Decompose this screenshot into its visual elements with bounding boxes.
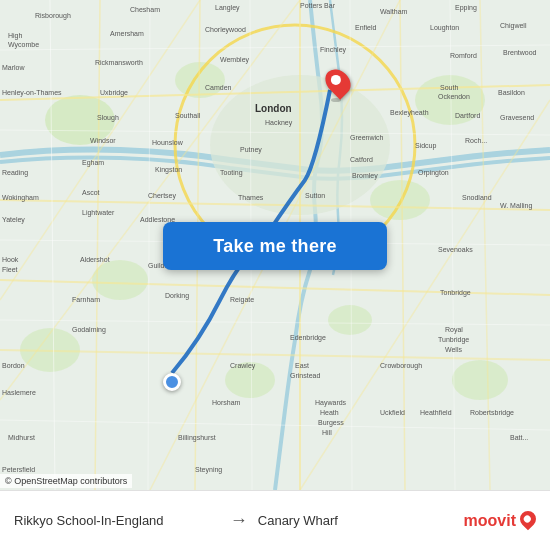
svg-text:Reading: Reading [2,169,28,177]
svg-text:Steyning: Steyning [195,466,222,474]
route-arrow-icon: → [230,510,248,531]
moovit-pin-icon [520,511,536,531]
svg-text:Godalming: Godalming [72,326,106,334]
svg-text:Chesham: Chesham [130,6,160,13]
svg-text:Epping: Epping [455,4,477,12]
svg-text:Loughton: Loughton [430,24,459,32]
svg-text:East: East [295,362,309,369]
svg-text:Orpington: Orpington [418,169,449,177]
svg-text:Brentwood: Brentwood [503,49,537,56]
svg-text:Billingshurst: Billingshurst [178,434,216,442]
svg-point-5 [328,305,372,335]
take-me-there-button[interactable]: Take me there [163,222,387,270]
svg-text:Greenwich: Greenwich [350,134,384,141]
svg-text:Robertsbridge: Robertsbridge [470,409,514,417]
svg-text:High: High [8,32,23,40]
moovit-text: moovit [464,512,516,530]
svg-text:Horsham: Horsham [212,399,241,406]
svg-text:Basildon: Basildon [498,89,525,96]
svg-text:Enfield: Enfield [355,24,377,31]
svg-text:South: South [440,84,458,91]
svg-text:Snodland: Snodland [462,194,492,201]
bottom-bar: Rikkyo School-In-England → Canary Wharf … [0,490,550,550]
svg-text:Amersham: Amersham [110,30,144,37]
svg-text:Crawley: Crawley [230,362,256,370]
svg-text:Roch...: Roch... [465,137,487,144]
svg-text:Heath: Heath [320,409,339,416]
moovit-logo: moovit [464,511,536,531]
route-to-label: Canary Wharf [258,513,464,528]
svg-text:Edenbridge: Edenbridge [290,334,326,342]
svg-text:Heathfield: Heathfield [420,409,452,416]
svg-text:Wycombe: Wycombe [8,41,39,49]
svg-text:Haywards: Haywards [315,399,347,407]
svg-text:Burgess: Burgess [318,419,344,427]
svg-text:W. Malling: W. Malling [500,202,532,210]
svg-text:Catford: Catford [350,156,373,163]
svg-text:Hackney: Hackney [265,119,293,127]
svg-text:Langley: Langley [215,4,240,12]
svg-text:Midhurst: Midhurst [8,434,35,441]
svg-text:Wells: Wells [445,346,462,353]
svg-text:Aldershot: Aldershot [80,256,110,263]
svg-text:Haslemere: Haslemere [2,389,36,396]
svg-text:Tonbridge: Tonbridge [440,289,471,297]
svg-text:Reigate: Reigate [230,296,254,304]
svg-text:Hill: Hill [322,429,332,436]
svg-text:Batt...: Batt... [510,434,528,441]
svg-text:Slough: Slough [97,114,119,122]
svg-text:Thames: Thames [238,194,264,201]
svg-text:Risborough: Risborough [35,12,71,20]
origin-marker [163,373,181,391]
svg-text:Bromley: Bromley [352,172,378,180]
svg-point-8 [452,360,508,400]
svg-text:Wembley: Wembley [220,56,250,64]
moovit-pin-body [517,507,540,530]
svg-text:Henley-on-Thames: Henley-on-Thames [2,89,62,97]
svg-text:Sidcup: Sidcup [415,142,437,150]
map-attribution: © OpenStreetMap contributors [0,474,132,488]
svg-text:Finchley: Finchley [320,46,347,54]
svg-text:Kingston: Kingston [155,166,182,174]
svg-text:Lightwater: Lightwater [82,209,115,217]
svg-text:Hook: Hook [2,256,19,263]
svg-text:Waltham: Waltham [380,8,408,15]
svg-text:Yateley: Yateley [2,216,25,224]
svg-text:Fleet: Fleet [2,266,18,273]
svg-text:Grinstead: Grinstead [290,372,320,379]
svg-text:Chertsey: Chertsey [148,192,177,200]
route-from-label: Rikkyo School-In-England [14,513,220,528]
svg-text:Marlow: Marlow [2,64,26,71]
destination-marker [327,68,349,102]
svg-text:Romford: Romford [450,52,477,59]
svg-text:Southall: Southall [175,112,201,119]
take-me-there-label: Take me there [213,236,337,257]
svg-text:Potters Bar: Potters Bar [300,2,336,9]
svg-text:Crowborough: Crowborough [380,362,422,370]
svg-text:Petersfield: Petersfield [2,466,35,473]
svg-text:Farnham: Farnham [72,296,100,303]
svg-text:Ockendon: Ockendon [438,93,470,100]
svg-text:Royal: Royal [445,326,463,334]
svg-text:Dartford: Dartford [455,112,480,119]
svg-text:London: London [255,103,292,114]
svg-text:Wokingham: Wokingham [2,194,39,202]
svg-text:Uckfield: Uckfield [380,409,405,416]
svg-text:Rickmansworth: Rickmansworth [95,59,143,66]
svg-text:Uxbridge: Uxbridge [100,89,128,97]
svg-text:Egham: Egham [82,159,104,167]
svg-text:Chigwell: Chigwell [500,22,527,30]
svg-text:Chorleywood: Chorleywood [205,26,246,34]
svg-text:Hounslow: Hounslow [152,139,184,146]
map-container: Risborough Chesham Langley Potters Bar W… [0,0,550,490]
svg-text:Bordon: Bordon [2,362,25,369]
svg-text:Camden: Camden [205,84,232,91]
svg-text:Gravesend: Gravesend [500,114,534,121]
svg-text:Dorking: Dorking [165,292,189,300]
svg-text:Sevenoaks: Sevenoaks [438,246,473,253]
svg-text:Tunbridge: Tunbridge [438,336,469,344]
svg-text:Windsor: Windsor [90,137,116,144]
svg-text:Putney: Putney [240,146,262,154]
svg-text:Bexleyheath: Bexleyheath [390,109,429,117]
svg-text:Ascot: Ascot [82,189,100,196]
